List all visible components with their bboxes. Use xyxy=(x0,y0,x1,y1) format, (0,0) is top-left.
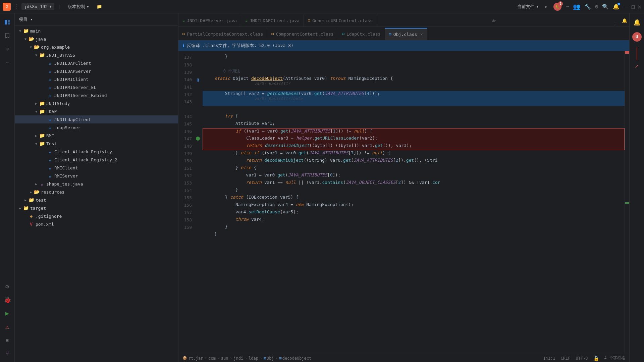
file-tree-content[interactable]: ▼ 📁 main ▼ 📂 java ▼ 📂 org.example ▼ xyxy=(15,25,178,362)
tree-item-jndildapserver[interactable]: ☕ JNDILDAPServer xyxy=(15,67,178,75)
tree-item-rmiclient[interactable]: ☕ RMIClient xyxy=(15,164,178,172)
breadcrumb-item-decode[interactable]: ⊡ decodeObject xyxy=(279,356,311,361)
line-number-row: 151 xyxy=(178,164,203,172)
folder-icon: 📁 xyxy=(39,133,45,139)
tree-item-jndildapclient[interactable]: ☕ JNDILDAPClient xyxy=(15,59,178,67)
tree-item-resources[interactable]: ▶ 📂 resources xyxy=(15,188,178,196)
tab-bar-row2: ⊡ PartialCompositeContext.class ⊡ Compon… xyxy=(178,27,629,40)
tree-item-client-attack-registry-2[interactable]: ☕ Client_Attack_Registry_2 xyxy=(15,156,178,164)
tree-item-jndi-bypass[interactable]: ▼ 📁 JNDI_BYPASS xyxy=(15,51,178,59)
expand-arrow: ▶ xyxy=(34,134,39,138)
checkmark-icon[interactable]: ✓ xyxy=(635,63,639,70)
tree-item-main[interactable]: ▼ 📁 main xyxy=(15,27,178,35)
breadcrumb-jar-icon: 📦 xyxy=(182,356,187,360)
sidebar-item-structure[interactable]: ⊞ xyxy=(1,43,13,55)
minimize-btn[interactable]: — xyxy=(625,3,629,10)
version-control-btn[interactable]: 版本控制 ▾ xyxy=(65,3,92,11)
bell-icon[interactable]: 🔔 xyxy=(631,16,643,28)
close-btn[interactable]: ✕ xyxy=(638,3,641,10)
info-text: 反编译 .class文件, 字节码版本: 52.0 (Java 8) xyxy=(187,43,293,49)
java-file-icon: ☕ xyxy=(47,165,53,171)
line-number-row: 140 @ xyxy=(178,76,203,83)
sidebar-item-project[interactable] xyxy=(1,16,13,28)
breadcrumb-item[interactable]: ldap xyxy=(249,356,258,361)
notification-tab-icon[interactable]: 🔔 xyxy=(620,14,629,27)
tree-item-gitignore[interactable]: ◆ .gitignore xyxy=(15,212,178,220)
sidebar-item-error[interactable]: ⚠ xyxy=(1,320,13,332)
tree-item-shape-tes[interactable]: ▶ ☕ shape_tes.java xyxy=(15,180,178,188)
tab-ldapctx[interactable]: ⊡ LdapCtx.class xyxy=(338,28,385,40)
status-encoding[interactable]: UTF-8 xyxy=(576,356,588,361)
tree-item-java[interactable]: ▼ 📂 java xyxy=(15,35,178,43)
project-dropdown-icon[interactable]: ▾ xyxy=(30,17,33,22)
tab-settings-btn[interactable]: ⋮ xyxy=(610,21,620,27)
tree-item-ldap[interactable]: ▼ 📁 LDAP xyxy=(15,107,178,115)
sidebar-item-run-panel[interactable]: ▶ xyxy=(1,307,13,319)
tree-item-jndirmiserver-rebind[interactable]: ☕ JNDIRMIServer_Rebind xyxy=(15,91,178,99)
status-indent[interactable]: 4 个字符格 xyxy=(604,355,625,361)
people-icon[interactable]: 👥 xyxy=(573,3,580,10)
method-icon: ⊡ xyxy=(279,356,281,361)
sidebar-item-terminal[interactable]: ▣ xyxy=(1,334,13,346)
tree-item-client-attack-registry[interactable]: ☕ Client_Attack_Registry xyxy=(15,148,178,156)
hamburger-icon[interactable]: ⋮ xyxy=(13,3,19,10)
current-file-btn[interactable]: 当前文件 ▾ xyxy=(517,4,539,10)
tree-item-target[interactable]: ▶ 📁 target xyxy=(15,204,178,212)
sidebar-item-git[interactable]: ⑂ xyxy=(1,347,13,359)
sidebar-item-bookmark[interactable] xyxy=(1,30,13,42)
tree-item-jndildapclient-selected[interactable]: ☕ JNDILdapClient xyxy=(15,115,178,123)
sidebar-item-more[interactable]: ⋯ xyxy=(1,56,13,68)
tab-close-btn[interactable]: ✕ xyxy=(420,32,423,37)
status-position[interactable]: 141:1 xyxy=(543,356,555,361)
tab-overflow-btn[interactable]: ≫ xyxy=(489,14,498,27)
tree-item-rmiserver[interactable]: ☕ RMIServer xyxy=(15,172,178,180)
tools-icon[interactable]: 🔧 xyxy=(584,3,591,10)
debug-badge: 2 xyxy=(558,1,563,6)
more-options-btn[interactable]: ⋯ xyxy=(566,3,569,10)
tab-partialcompositecontext[interactable]: ⊡ PartialCompositeContext.class xyxy=(178,28,267,40)
plugins-icon[interactable]: ⚙ xyxy=(595,3,598,10)
tree-item-jndirmiserver-el[interactable]: ☕ JNDIRMIServer_EL xyxy=(15,83,178,91)
sidebar-item-debug-panel[interactable]: 🐞 xyxy=(1,294,13,306)
tree-item-rmi[interactable]: ▶ 📁 RMI xyxy=(15,132,178,140)
tree-item-test-dir[interactable]: ▶ 📁 test xyxy=(15,196,178,204)
line-number-row: 154 xyxy=(178,187,203,194)
status-line-ending[interactable]: CRLF xyxy=(561,356,571,361)
code-lines-container[interactable]: } 0 个用法 static Object decodeObject(Attri… xyxy=(203,51,625,354)
tree-item-jndistudy[interactable]: ▶ 📁 JNDIStudy xyxy=(15,99,178,107)
tab-jndildapserver[interactable]: ☕ JNDILDAPServer.java xyxy=(178,14,241,27)
line-number-row: 141 xyxy=(178,83,203,91)
breadcrumb-item[interactable]: com xyxy=(208,356,216,361)
breadcrumb-item[interactable]: sun xyxy=(221,356,228,361)
search-icon[interactable]: 🔍 xyxy=(602,3,609,10)
tab-obj-class[interactable]: ⊡ Obj.class ✕ xyxy=(385,28,427,40)
breadcrumb-item[interactable]: jndi xyxy=(233,356,243,361)
folder-icon: 📁 xyxy=(39,108,45,114)
breadcrumb-item-obj[interactable]: ⊡ Obj xyxy=(264,356,274,361)
tree-item-test[interactable]: ▼ 📁 Test xyxy=(15,140,178,148)
class-icon: ⊡ xyxy=(264,356,266,361)
breadcrumb-item[interactable]: rt.jar xyxy=(189,356,203,361)
maximize-btn[interactable]: ❐ xyxy=(631,3,635,10)
tree-item-pom-xml[interactable]: V pom.xml xyxy=(15,220,178,228)
run-button[interactable]: ▶ xyxy=(543,3,549,10)
project-name: jdk8u_192 xyxy=(24,4,48,9)
code-editor[interactable]: 137 138 139 140 @ xyxy=(178,51,629,354)
code-line-144: Attribute var1; xyxy=(203,121,625,128)
code-line-147: return deserializeObject((byte[]) ((byte… xyxy=(203,143,625,150)
editor-scrollbar[interactable] xyxy=(625,51,629,354)
notifications-btn[interactable]: 🔔 xyxy=(613,3,620,10)
project-selector[interactable]: jdk8u_192 ▾ xyxy=(21,3,54,10)
tree-item-ldapserver[interactable]: ☕ LdapServer xyxy=(15,123,178,132)
tab-componentcontext[interactable]: ⊡ ComponentContext.class xyxy=(267,28,338,40)
tree-item-org-example[interactable]: ▼ 📂 org.example xyxy=(15,43,178,51)
avatar-icon[interactable]: U xyxy=(631,31,643,43)
tab-jndildapclient[interactable]: ☕ JNDILDAPClient.java xyxy=(241,14,304,27)
tab-genericurlcontext[interactable]: ⊡ GenericURLContext.class xyxy=(304,14,377,27)
class-file-tab-icon: ⊡ xyxy=(182,32,185,36)
sidebar-item-settings[interactable]: ⚙ xyxy=(1,280,13,292)
debug-button[interactable]: 🐛 2 xyxy=(553,3,561,11)
code-line-140: static Object decodeObject(Attributes va… xyxy=(203,76,625,91)
tree-item-jndirmiclient[interactable]: ☕ JNDIRMIClient xyxy=(15,75,178,83)
folder-icon[interactable]: 📁 xyxy=(95,2,104,11)
